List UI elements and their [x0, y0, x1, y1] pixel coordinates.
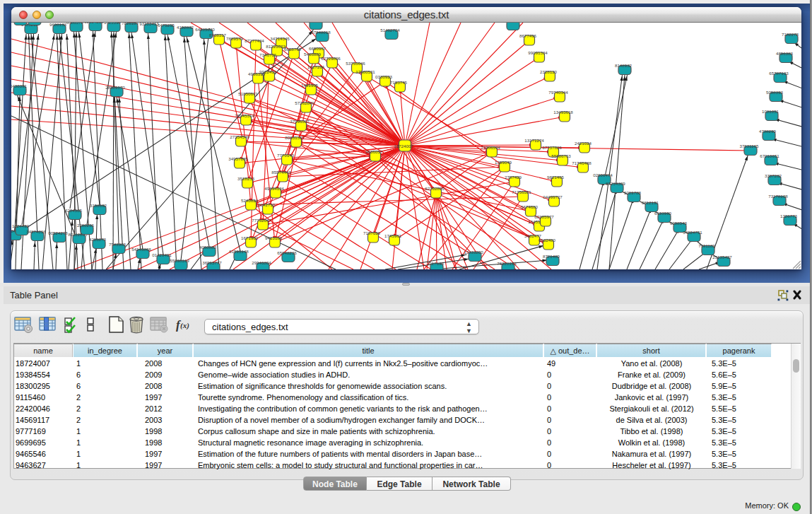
- svg-text:1031051: 1031051: [762, 109, 779, 114]
- svg-text:00524278: 00524278: [48, 230, 68, 235]
- svg-text:17080531: 17080531: [355, 69, 375, 74]
- svg-text:81223623: 81223623: [266, 44, 286, 49]
- svg-text:3387262: 3387262: [765, 173, 782, 178]
- svg-text:7816184: 7816184: [122, 23, 139, 25]
- svg-text:8721489: 8721489: [543, 254, 560, 259]
- svg-text:4896383: 4896383: [776, 51, 794, 56]
- svg-text:9636057: 9636057: [365, 149, 383, 154]
- svg-text:77752047: 77752047: [252, 218, 271, 223]
- svg-text:4966319: 4966319: [248, 71, 266, 76]
- svg-text:8386379: 8386379: [66, 23, 84, 25]
- svg-text:57262849: 57262849: [295, 100, 314, 105]
- svg-text:9821465: 9821465: [547, 175, 565, 180]
- svg-text:6193990: 6193990: [654, 211, 672, 216]
- svg-text:5674680: 5674680: [521, 204, 539, 209]
- svg-text:27354549: 27354549: [230, 134, 249, 139]
- svg-text:76945314: 76945314: [235, 113, 254, 118]
- svg-text:7770143: 7770143: [277, 153, 295, 158]
- svg-text:1399049: 1399049: [495, 160, 512, 165]
- svg-text:18724007: 18724007: [394, 144, 413, 148]
- svg-text:80831367: 80831367: [285, 135, 305, 140]
- svg-text:1745961: 1745961: [384, 233, 402, 238]
- svg-text:51462704: 51462704: [380, 28, 400, 33]
- svg-text:9413186: 9413186: [265, 235, 283, 240]
- svg-text:13493618: 13493618: [553, 110, 573, 115]
- svg-text:4060883: 4060883: [199, 245, 217, 250]
- svg-text:8677496: 8677496: [519, 33, 537, 38]
- svg-text:60385977: 60385977: [534, 214, 554, 219]
- svg-text:7187026: 7187026: [363, 230, 381, 235]
- svg-text:71756551: 71756551: [512, 189, 531, 194]
- svg-text:53755646: 53755646: [346, 61, 365, 66]
- svg-text:04499727: 04499727: [543, 194, 563, 199]
- svg-text:2328120: 2328120: [540, 69, 558, 74]
- svg-text:55698169: 55698169: [170, 258, 189, 263]
- svg-text:67737826: 67737826: [542, 145, 562, 150]
- svg-text:8708317: 8708317: [209, 33, 227, 37]
- svg-text:6998543: 6998543: [670, 221, 688, 226]
- svg-text:64835030: 64835030: [195, 27, 215, 32]
- svg-text:4192832: 4192832: [177, 25, 194, 30]
- svg-text:6658760: 6658760: [284, 47, 302, 52]
- svg-text:5240824: 5240824: [241, 198, 259, 203]
- svg-text:87277434: 87277434: [245, 38, 264, 43]
- svg-text:(x): (x): [180, 321, 189, 330]
- svg-text:97848018: 97848018: [311, 30, 331, 35]
- svg-text:1226916: 1226916: [503, 23, 521, 23]
- svg-text:2787429: 2787429: [505, 175, 522, 180]
- svg-text:2260256: 2260256: [77, 223, 95, 228]
- svg-text:0330923: 0330923: [375, 74, 393, 79]
- svg-text:85574443: 85574443: [271, 170, 291, 175]
- svg-text:7543303: 7543303: [109, 242, 126, 247]
- svg-text:37996507: 37996507: [290, 119, 310, 124]
- svg-text:7917693: 7917693: [427, 261, 445, 266]
- svg-text:34624751: 34624751: [683, 230, 702, 235]
- svg-text:1671902: 1671902: [241, 235, 259, 240]
- svg-text:6690967: 6690967: [309, 46, 326, 51]
- svg-text:1326773: 1326773: [780, 214, 798, 218]
- svg-text:34714345: 34714345: [270, 36, 290, 41]
- svg-text:29946804: 29946804: [252, 260, 271, 265]
- svg-text:93103413: 93103413: [139, 23, 159, 26]
- svg-text:5430391: 5430391: [11, 83, 28, 88]
- svg-text:1491905: 1491905: [301, 83, 319, 88]
- svg-text:62702895: 62702895: [425, 186, 445, 191]
- svg-text:7346706: 7346706: [259, 52, 277, 57]
- svg-text:54145868: 54145868: [131, 247, 151, 252]
- svg-text:7193745: 7193745: [390, 80, 408, 85]
- svg-text:65648236: 65648236: [277, 250, 297, 255]
- svg-text:73178108: 73178108: [768, 194, 788, 199]
- svg-text:02654235: 02654235: [84, 23, 104, 24]
- svg-text:28809570: 28809570: [105, 85, 125, 90]
- svg-text:9600133: 9600133: [49, 23, 67, 27]
- svg-text:67010651: 67010651: [760, 153, 779, 158]
- svg-text:25135427: 25135427: [712, 255, 732, 259]
- svg-text:55886753: 55886753: [551, 153, 571, 158]
- svg-text:51850671: 51850671: [238, 91, 258, 96]
- svg-text:62729806: 62729806: [321, 56, 341, 61]
- svg-text:34874016: 34874016: [26, 229, 46, 234]
- svg-text:0812191: 0812191: [642, 200, 659, 205]
- svg-text:02606474: 02606474: [593, 173, 613, 177]
- svg-text:71746488: 71746488: [572, 160, 592, 165]
- svg-text:7889579: 7889579: [226, 36, 244, 41]
- svg-text:0842710: 0842710: [258, 202, 276, 207]
- svg-text:1824493: 1824493: [12, 223, 30, 228]
- svg-text:01429401: 01429401: [152, 252, 172, 257]
- svg-text:7182278: 7182278: [782, 32, 799, 37]
- svg-text:0932480: 0932480: [539, 238, 556, 243]
- svg-text:13171274: 13171274: [524, 138, 544, 143]
- svg-text:3518233: 3518233: [237, 176, 255, 181]
- svg-text:6475255: 6475255: [158, 23, 175, 28]
- svg-text:4216073: 4216073: [89, 237, 107, 242]
- svg-text:7991183: 7991183: [698, 243, 715, 248]
- svg-text:5098393: 5098393: [766, 90, 784, 95]
- svg-text:65787133: 65787133: [769, 71, 789, 76]
- svg-text:5466889: 5466889: [304, 52, 322, 57]
- svg-text:76320163: 76320163: [497, 261, 517, 266]
- svg-text:37631165: 37631165: [739, 144, 759, 148]
- svg-text:13433200: 13433200: [464, 250, 483, 255]
- svg-text:36995777: 36995777: [202, 260, 222, 265]
- svg-text:87234309: 87234309: [606, 181, 625, 186]
- svg-text:5009788: 5009788: [624, 190, 642, 195]
